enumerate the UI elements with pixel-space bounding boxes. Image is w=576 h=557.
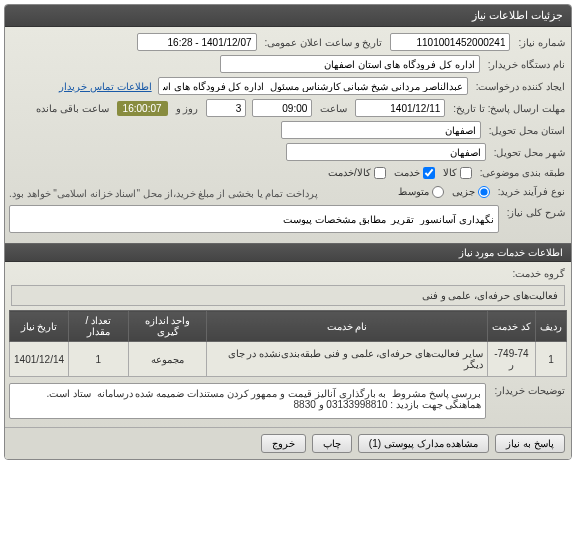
purchase-type-group: جزیی متوسط [398, 186, 490, 198]
panel-body: شماره نیاز: تاریخ و ساعت اعلان عمومی: نا… [5, 27, 571, 243]
requestor-label: ایجاد کننده درخواست: [474, 79, 567, 94]
check-kalakhadamat-label: کالا/خدمت [328, 167, 371, 178]
announce-date-input[interactable] [137, 33, 257, 51]
reply-button[interactable]: پاسخ به نیاز [495, 434, 565, 453]
radio-motavaset-label: متوسط [398, 186, 429, 197]
radio-jozei-input[interactable] [478, 186, 490, 198]
delivery-city-label: شهر محل تحویل: [492, 145, 567, 160]
th-unit: واحد اندازه گیری [128, 311, 207, 342]
check-kala-label: کالا [443, 167, 457, 178]
td-unit: مجموعه [128, 342, 207, 377]
delivery-province-label: استان محل تحویل: [487, 123, 567, 138]
subject-class-label: طبقه بندی موضوعی: [478, 165, 567, 180]
action-buttons-row: پاسخ به نیاز مشاهده مدارک پیوستی (1) چاپ… [5, 427, 571, 459]
print-button[interactable]: چاپ [312, 434, 352, 453]
attachments-button[interactable]: مشاهده مدارک پیوستی (1) [358, 434, 490, 453]
delivery-city-input[interactable] [286, 143, 486, 161]
check-khadamat[interactable]: خدمت [394, 167, 435, 179]
announce-date-label: تاریخ و ساعت اعلان عمومی: [263, 35, 385, 50]
deadline-date-input[interactable] [355, 99, 445, 117]
buyer-name-label: نام دستگاه خریدار: [486, 57, 567, 72]
remain-label: ساعت باقی مانده [34, 101, 111, 116]
buyer-notes-input[interactable]: بررسی پاسخ مشروط به بارگذاری آنالیز قیمت… [9, 383, 486, 419]
table-header-row: ردیف کد خدمت نام خدمت واحد اندازه گیری ت… [10, 311, 567, 342]
td-row: 1 [536, 342, 567, 377]
deadline-time-label: ساعت [318, 101, 349, 116]
check-kalakhadamat-input[interactable] [374, 167, 386, 179]
td-code: 749-74-ر [487, 342, 535, 377]
delivery-province-input[interactable] [281, 121, 481, 139]
th-code: کد خدمت [487, 311, 535, 342]
check-kalakhadamat[interactable]: کالا/خدمت [328, 167, 386, 179]
th-qty: تعداد / مقدار [69, 311, 129, 342]
services-info-header: اطلاعات خدمات مورد نیاز [5, 243, 571, 262]
countdown-badge: 16:00:07 [117, 101, 168, 116]
deadline-time-input[interactable] [252, 99, 312, 117]
buyer-notes-label: توضیحات خریدار: [492, 383, 567, 398]
td-qty: 1 [69, 342, 129, 377]
payment-note: پرداخت تمام یا بخشی از مبلغ خرید،از محل … [9, 188, 392, 199]
close-button[interactable]: خروج [261, 434, 306, 453]
general-desc-label: شرح کلی نیاز: [505, 205, 567, 220]
requestor-input[interactable] [158, 77, 468, 95]
purchase-type-label: نوع فرآیند خرید: [496, 184, 567, 199]
services-table: ردیف کد خدمت نام خدمت واحد اندازه گیری ت… [9, 310, 567, 377]
deadline-days-label: روز و [174, 101, 201, 116]
check-khadamat-label: خدمت [394, 167, 420, 178]
radio-motavaset-input[interactable] [432, 186, 444, 198]
radio-motavaset[interactable]: متوسط [398, 186, 444, 198]
subject-class-group: کالا خدمت کالا/خدمت [328, 167, 472, 179]
th-row: ردیف [536, 311, 567, 342]
general-desc-input[interactable] [9, 205, 499, 233]
buyer-contact-link[interactable]: اطلاعات تماس خریدار [59, 81, 152, 92]
need-details-panel: جزئیات اطلاعات نیاز شماره نیاز: تاریخ و … [4, 4, 572, 460]
need-number-input[interactable] [390, 33, 510, 51]
service-groups-label: گروه خدمت: [510, 266, 567, 281]
th-name: نام خدمت [207, 311, 488, 342]
td-date: 1401/12/14 [10, 342, 69, 377]
deadline-days-input[interactable] [206, 99, 246, 117]
need-number-label: شماره نیاز: [516, 35, 567, 50]
service-groups-box: فعالیت‌های حرفه‌ای، علمی و فنی [11, 285, 565, 306]
radio-jozei[interactable]: جزیی [452, 186, 490, 198]
table-row[interactable]: 1 749-74-ر سایر فعالیت‌های حرفه‌ای، علمی… [10, 342, 567, 377]
check-khadamat-input[interactable] [423, 167, 435, 179]
th-date: تاریخ نیاز [10, 311, 69, 342]
buyer-name-input[interactable] [220, 55, 480, 73]
deadline-label: مهلت ارسال پاسخ: تا تاریخ: [451, 101, 567, 116]
radio-jozei-label: جزیی [452, 186, 475, 197]
check-kala-input[interactable] [460, 167, 472, 179]
check-kala[interactable]: کالا [443, 167, 472, 179]
panel-title: جزئیات اطلاعات نیاز [5, 5, 571, 27]
td-name: سایر فعالیت‌های حرفه‌ای، علمی و فنی طبقه… [207, 342, 488, 377]
